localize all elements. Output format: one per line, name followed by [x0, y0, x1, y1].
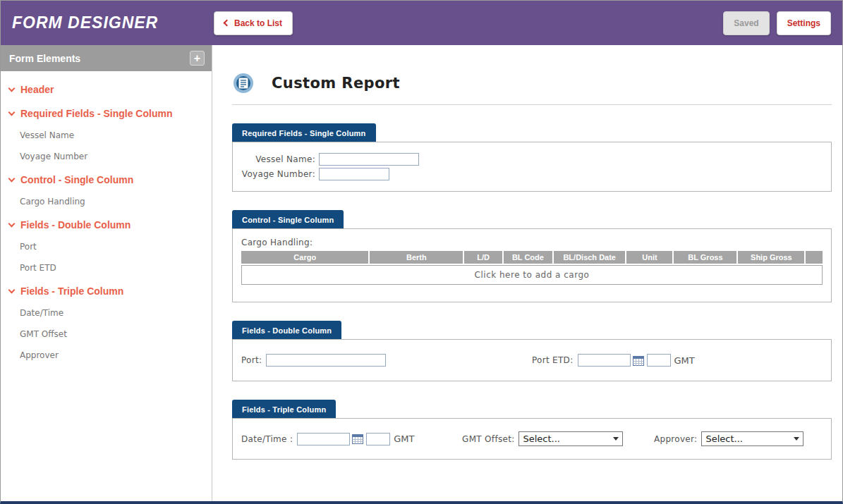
column-header-unit: Unit — [626, 251, 672, 264]
port-etd-gmt-input[interactable] — [647, 354, 671, 367]
approver-field: Approver: Select... — [654, 431, 823, 446]
port-etd-date-input[interactable] — [578, 354, 631, 367]
column-header-empty — [806, 251, 823, 264]
datetime-input[interactable] — [297, 433, 350, 445]
section-triple-column: Fields - Triple Column Date/Time : — [232, 399, 832, 460]
page-title: Custom Report — [272, 75, 400, 92]
sidebar-group-header[interactable]: Fields - Double Column — [1, 212, 212, 236]
add-element-button[interactable]: + — [190, 51, 205, 66]
sidebar-item-vessel-name[interactable]: Vessel Name — [1, 125, 212, 146]
tab-control: Control - Single Column — [232, 210, 344, 229]
section-control: Control - Single Column Cargo Handling: … — [232, 209, 832, 302]
control-panel: Cargo Handling: Cargo Berth L/D BL Code … — [232, 228, 832, 302]
saved-button[interactable]: Saved — [723, 11, 769, 35]
add-cargo-row[interactable]: Click here to add a cargo — [241, 265, 823, 285]
voyage-number-input[interactable] — [319, 168, 389, 180]
cargo-table-header: Cargo Berth L/D BL Code BL/Disch Date Un… — [241, 251, 823, 264]
back-to-list-label: Back to List — [234, 18, 282, 28]
sidebar-group-label: Control - Single Column — [20, 174, 133, 185]
sidebar-header: Form Elements + — [1, 45, 212, 71]
gmt-label: GMT — [674, 355, 695, 366]
back-to-list-button[interactable]: Back to List — [214, 11, 293, 35]
sidebar-group-header-section: Header — [1, 77, 212, 101]
column-header-ship-gross: Ship Gross — [738, 251, 804, 264]
top-bar: FORM DESIGNER Back to List Saved Setting… — [1, 1, 842, 45]
chevron-down-icon — [8, 175, 16, 182]
port-input[interactable] — [266, 354, 386, 367]
vessel-name-row: Vessel Name: — [233, 153, 831, 166]
sidebar-item-voyage-number[interactable]: Voyage Number — [1, 146, 212, 167]
column-header-bl-code: BL Code — [504, 251, 552, 264]
approver-label: Approver: — [654, 434, 697, 444]
tab-required-fields: Required Fields - Single Column — [232, 123, 376, 142]
column-header-berth: Berth — [370, 251, 463, 264]
section-double-column: Fields - Double Column Port: Port ETD: — [232, 320, 832, 381]
sidebar-item-port[interactable]: Port — [1, 236, 212, 257]
form-elements-tree: Header Required Fields - Single Column V… — [1, 71, 212, 371]
form-elements-sidebar: Form Elements + Header Required Fields -… — [1, 45, 212, 501]
chevron-down-icon — [8, 286, 16, 293]
datetime-gmt-input[interactable] — [366, 433, 390, 445]
sidebar-group-header[interactable]: Fields - Triple Column — [1, 278, 212, 302]
calendar-icon[interactable] — [633, 355, 644, 366]
sidebar-item-approver[interactable]: Approver — [1, 345, 212, 366]
report-header: Custom Report — [232, 45, 832, 105]
sidebar-group-required-fields: Required Fields - Single Column Vessel N… — [1, 101, 212, 167]
sidebar-item-gmt-offset[interactable]: GMT Offset — [1, 324, 212, 345]
sidebar-group-label: Header — [20, 84, 54, 95]
approver-select[interactable]: Select... — [701, 431, 803, 446]
sidebar-group-header[interactable]: Required Fields - Single Column — [1, 101, 212, 125]
dropdown-arrow-icon — [613, 437, 619, 441]
vessel-name-label: Vessel Name: — [233, 154, 319, 164]
column-header-cargo: Cargo — [241, 251, 368, 264]
settings-button[interactable]: Settings — [777, 11, 831, 35]
sidebar-item-cargo-handling[interactable]: Cargo Handling — [1, 191, 212, 212]
triple-column-panel: Date/Time : — [232, 418, 832, 460]
datetime-field: Date/Time : — [241, 433, 462, 445]
sidebar-group-header[interactable]: Header — [1, 77, 212, 101]
gmt-offset-select[interactable]: Select... — [518, 431, 623, 446]
port-field: Port: — [241, 354, 532, 367]
chevron-down-icon — [8, 109, 16, 116]
sidebar-group-triple-column: Fields - Triple Column Date/Time GMT Off… — [1, 278, 212, 366]
sidebar-title: Form Elements — [9, 53, 80, 64]
port-etd-label: Port ETD: — [532, 355, 574, 365]
double-column-panel: Port: Port ETD: — [232, 339, 832, 381]
sidebar-group-label: Required Fields - Single Column — [20, 108, 172, 119]
cargo-handling-label: Cargo Handling: — [241, 238, 823, 247]
sidebar-item-date-time[interactable]: Date/Time — [1, 302, 212, 324]
chevron-down-icon — [8, 220, 16, 227]
section-required-fields: Required Fields - Single Column Vessel N… — [232, 123, 832, 192]
gmt-offset-select-value: Select... — [523, 434, 560, 444]
sidebar-item-port-etd[interactable]: Port ETD — [1, 257, 212, 278]
chevron-left-icon — [224, 20, 231, 27]
sidebar-group-label: Fields - Double Column — [20, 219, 131, 231]
column-header-bl-disch-date: BL/Disch Date — [554, 251, 625, 264]
form-canvas: Custom Report Required Fields - Single C… — [212, 45, 842, 501]
tab-double-column: Fields - Double Column — [232, 321, 341, 340]
datetime-label: Date/Time : — [241, 434, 293, 444]
sidebar-group-double-column: Fields - Double Column Port Port ETD — [1, 212, 212, 278]
column-header-ld: L/D — [464, 251, 502, 264]
app-window: FORM DESIGNER Back to List Saved Setting… — [0, 0, 843, 504]
dropdown-arrow-icon — [794, 437, 799, 441]
approver-select-value: Select... — [705, 434, 743, 444]
tab-triple-column: Fields - Triple Column — [232, 400, 336, 419]
port-etd-field: Port ETD: — [532, 354, 823, 367]
column-header-bl-gross: BL Gross — [674, 251, 736, 264]
voyage-number-label: Voyage Number: — [233, 169, 319, 179]
sidebar-group-label: Fields - Triple Column — [20, 285, 123, 297]
port-label: Port: — [241, 355, 262, 365]
gmt-offset-field: GMT Offset: Select... — [462, 431, 654, 446]
voyage-number-row: Voyage Number: — [233, 168, 831, 180]
vessel-name-input[interactable] — [319, 153, 419, 166]
gmt-label: GMT — [394, 434, 414, 444]
chevron-down-icon — [8, 85, 16, 92]
topbar-actions: Saved Settings — [723, 11, 831, 35]
document-icon — [234, 73, 253, 93]
calendar-icon[interactable] — [352, 434, 363, 444]
sidebar-group-header[interactable]: Control - Single Column — [1, 167, 212, 191]
required-fields-panel: Vessel Name: Voyage Number: — [232, 142, 832, 192]
sidebar-group-control: Control - Single Column Cargo Handling — [1, 167, 212, 212]
app-logo: FORM DESIGNER — [1, 13, 202, 32]
